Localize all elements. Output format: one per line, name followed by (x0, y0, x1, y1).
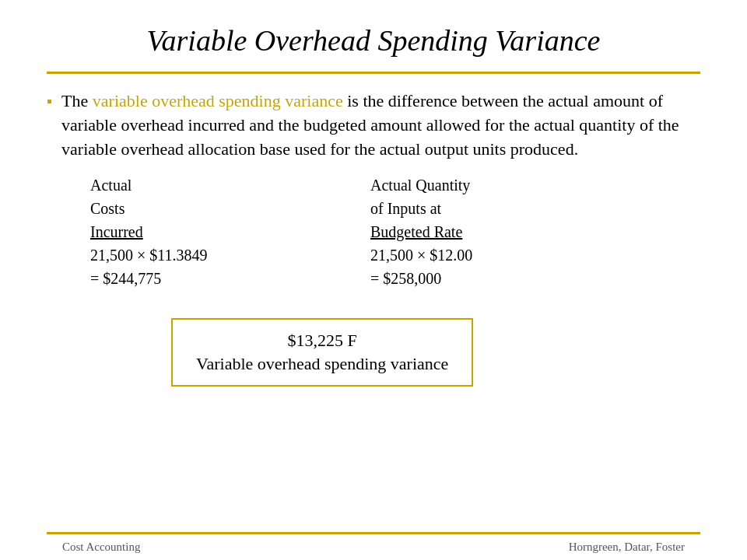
slide: Variable Overhead Spending Variance ▪ Th… (0, 0, 747, 560)
formula-left-col: Actual Costs Incurred 21,500 × $11.3849 … (75, 173, 293, 290)
footer: Cost Accounting Horngreen, Datar, Foster (0, 534, 747, 560)
bullet-prefix: The (61, 91, 93, 110)
formula-area: Actual Costs Incurred 21,500 × $11.3849 … (75, 173, 700, 290)
right-line4: 21,500 × $12.00 (370, 243, 472, 267)
bullet-text: The variable overhead spending variance … (61, 89, 700, 161)
left-line4: 21,500 × $11.3849 (90, 243, 208, 267)
content-area: ▪ The variable overhead spending varianc… (0, 74, 747, 532)
right-line3: Budgeted Rate (370, 220, 462, 243)
title-area: Variable Overhead Spending Variance (0, 0, 747, 65)
bullet-highlight: variable overhead spending variance (93, 91, 343, 110)
variance-box-container: $13,225 F Variable overhead spending var… (109, 306, 700, 387)
left-line5: = $244,775 (90, 267, 161, 290)
variance-amount: $13,225 F (196, 331, 448, 351)
left-line1: Actual (90, 173, 132, 197)
left-line3: Incurred (90, 220, 143, 243)
variance-box: $13,225 F Variable overhead spending var… (171, 318, 473, 387)
variance-label: Variable overhead spending variance (196, 354, 448, 374)
right-line5: = $258,000 (370, 267, 441, 290)
formula-right-col: Actual Quantity of Inputs at Budgeted Ra… (293, 173, 510, 290)
bullet-marker: ▪ (47, 93, 52, 110)
footer-right: Horngreen, Datar, Foster (569, 541, 685, 554)
footer-left: Cost Accounting (62, 541, 140, 554)
right-line2: of Inputs at (370, 197, 441, 220)
right-line1: Actual Quantity (370, 173, 470, 197)
left-line2: Costs (90, 197, 124, 220)
page-title: Variable Overhead Spending Variance (47, 23, 700, 58)
bullet-block: ▪ The variable overhead spending varianc… (47, 89, 700, 161)
